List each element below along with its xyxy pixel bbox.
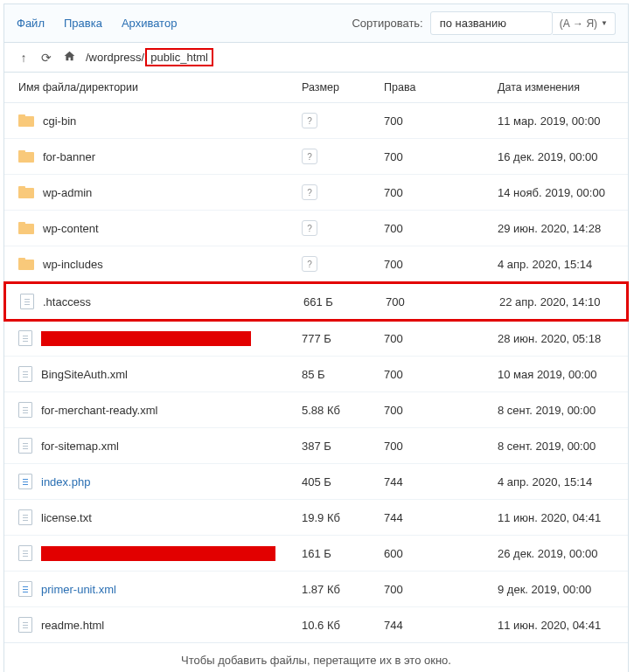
file-name-cell[interactable]: index.php — [4, 474, 302, 489]
file-icon — [18, 402, 32, 418]
file-perm-cell: 700 — [384, 222, 498, 235]
breadcrumb-seg-wordpress[interactable]: /wordpress/ — [85, 51, 145, 64]
file-name-cell[interactable]: wp-content — [4, 222, 302, 235]
file-name-cell[interactable] — [4, 545, 302, 561]
menu-edit[interactable]: Правка — [64, 17, 102, 30]
file-row[interactable]: 777 Б70028 июн. 2020, 05:18 — [4, 321, 628, 357]
file-name-cell[interactable]: license.txt — [4, 509, 302, 525]
sort-order-text: (А → Я) — [560, 17, 597, 30]
col-header-size[interactable]: Размер — [302, 81, 384, 94]
file-date-cell: 29 июн. 2020, 14:28 — [498, 222, 628, 235]
home-icon[interactable] — [62, 50, 76, 65]
menu-archiver[interactable]: Архиватор — [122, 17, 178, 30]
file-date-cell: 4 апр. 2020, 15:14 — [498, 475, 628, 488]
file-manager-window: Файл Правка Архиватор Сортировать: по на… — [3, 3, 629, 672]
file-name-cell[interactable]: readme.html — [4, 617, 302, 633]
file-date-cell: 26 дек. 2019, 00:00 — [498, 547, 628, 560]
file-row[interactable]: cgi-bin?70011 мар. 2019, 00:00 — [4, 103, 628, 139]
up-icon[interactable]: ↑ — [17, 51, 31, 65]
file-name-text: readme.html — [41, 619, 104, 632]
menu-file[interactable]: Файл — [17, 17, 45, 30]
chevron-down-icon: ▼ — [601, 19, 608, 27]
refresh-icon[interactable]: ⟳ — [39, 51, 53, 65]
file-name-text: index.php — [41, 475, 90, 488]
col-header-perm[interactable]: Права — [384, 81, 498, 94]
folder-icon — [18, 114, 34, 127]
file-perm-cell: 700 — [386, 295, 499, 308]
footer-hint: Чтобы добавить файлы, перетащите их в эт… — [4, 642, 628, 672]
file-row[interactable]: BingSiteAuth.xml85 Б70010 мая 2019, 00:0… — [4, 357, 628, 392]
file-size-cell: 661 Б — [303, 295, 386, 308]
file-size-cell: 85 Б — [302, 368, 384, 381]
file-size-cell: 161 Б — [302, 547, 384, 560]
file-name-cell[interactable]: primer-unit.xml — [4, 581, 302, 597]
breadcrumb-highlight: public_html — [145, 48, 213, 66]
file-row[interactable]: index.php405 Б7444 апр. 2020, 15:14 — [4, 464, 628, 500]
size-unknown-icon[interactable]: ? — [302, 220, 317, 236]
folder-icon — [18, 186, 34, 198]
col-header-date[interactable]: Дата изменения — [498, 81, 628, 94]
file-row[interactable]: wp-includes?7004 апр. 2020, 15:14 — [4, 246, 628, 282]
file-name-cell[interactable]: for-merchant-ready.xml — [4, 402, 302, 418]
file-row[interactable]: wp-content?70029 июн. 2020, 14:28 — [4, 211, 628, 246]
file-date-cell: 9 дек. 2019, 00:00 — [498, 583, 628, 596]
file-name-cell[interactable] — [4, 330, 302, 346]
file-name-cell[interactable]: .htaccess — [6, 294, 303, 309]
file-name-cell[interactable]: wp-admin — [4, 186, 302, 199]
file-row[interactable]: wp-admin?70014 нояб. 2019, 00:00 — [4, 175, 628, 211]
file-name-text: wp-admin — [43, 186, 92, 199]
file-date-cell: 4 апр. 2020, 15:14 — [498, 258, 628, 271]
file-name-text: wp-includes — [43, 258, 103, 271]
file-size-cell: 1.87 Кб — [302, 583, 384, 596]
file-size-cell: ? — [302, 113, 384, 128]
file-row[interactable]: license.txt19.9 Кб74411 июн. 2020, 04:41 — [4, 500, 628, 536]
size-unknown-icon[interactable]: ? — [302, 256, 317, 272]
file-icon — [18, 581, 32, 597]
file-row[interactable]: readme.html10.6 Кб74411 июн. 2020, 04:41 — [4, 607, 628, 642]
file-perm-cell: 700 — [384, 583, 498, 596]
file-date-cell: 11 мар. 2019, 00:00 — [498, 114, 628, 128]
file-date-cell: 11 июн. 2020, 04:41 — [498, 619, 628, 632]
sort-order-button[interactable]: (А → Я) ▼ — [553, 12, 616, 35]
file-row[interactable]: primer-unit.xml1.87 Кб7009 дек. 2019, 00… — [4, 572, 628, 607]
file-row[interactable]: 161 Б60026 дек. 2019, 00:00 — [4, 536, 628, 572]
size-unknown-icon[interactable]: ? — [302, 184, 317, 200]
file-size-cell: ? — [302, 149, 384, 164]
file-name-text: license.txt — [41, 511, 92, 524]
folder-icon — [18, 222, 34, 234]
sort-by-select[interactable]: по названию — [430, 11, 553, 35]
file-size-cell: ? — [302, 256, 384, 272]
file-size-cell: ? — [302, 220, 384, 236]
folder-icon — [18, 150, 34, 163]
breadcrumb-seg-publichtml[interactable]: public_html — [150, 51, 209, 64]
file-name-cell[interactable]: BingSiteAuth.xml — [4, 366, 302, 382]
file-perm-cell: 744 — [384, 511, 498, 524]
file-name-text: wp-content — [43, 222, 99, 235]
size-unknown-icon[interactable]: ? — [302, 113, 317, 128]
file-row[interactable]: for-sitemap.xml387 Б7008 сент. 2019, 00:… — [4, 428, 628, 464]
file-row[interactable]: for-merchant-ready.xml5.88 Кб7008 сент. … — [4, 392, 628, 428]
col-header-name[interactable]: Имя файла/директории — [4, 81, 302, 94]
file-name-text: cgi-bin — [43, 114, 76, 128]
file-name-cell[interactable]: for-banner — [4, 150, 302, 163]
file-row[interactable]: .htaccess661 Б70022 апр. 2020, 14:10 — [3, 281, 629, 322]
file-icon — [18, 617, 32, 633]
file-perm-cell: 700 — [384, 440, 498, 453]
breadcrumb[interactable]: /wordpress/ public_html — [85, 48, 213, 66]
file-row[interactable]: for-banner?70016 дек. 2019, 00:00 — [4, 139, 628, 175]
file-name-cell[interactable]: for-sitemap.xml — [4, 438, 302, 454]
file-name-cell[interactable]: wp-includes — [4, 258, 302, 271]
file-icon — [18, 438, 32, 454]
file-perm-cell: 744 — [384, 619, 498, 632]
navigation-bar: ↑ ⟳ /wordpress/ public_html — [4, 43, 628, 73]
file-size-cell: 19.9 Кб — [302, 511, 384, 524]
file-name-text: BingSiteAuth.xml — [41, 368, 128, 381]
file-name-text: for-sitemap.xml — [41, 440, 119, 453]
file-name-cell[interactable]: cgi-bin — [4, 114, 302, 128]
folder-icon — [18, 258, 34, 270]
file-size-cell: ? — [302, 184, 384, 200]
file-perm-cell: 700 — [384, 186, 498, 199]
file-list: cgi-bin?70011 мар. 2019, 00:00for-banner… — [4, 103, 628, 642]
sort-label: Сортировать: — [352, 17, 422, 30]
size-unknown-icon[interactable]: ? — [302, 149, 317, 164]
